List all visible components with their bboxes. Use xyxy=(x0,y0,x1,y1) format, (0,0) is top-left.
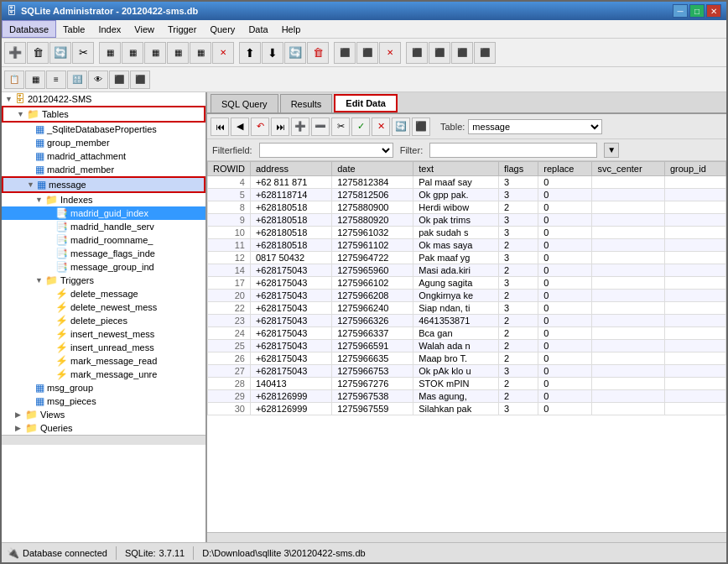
cell-row11-col2[interactable]: 1275966326 xyxy=(332,315,413,327)
cell-row0-col2[interactable]: 1275812384 xyxy=(332,176,413,189)
cell-row0-col6[interactable] xyxy=(592,176,665,189)
cell-row6-col3[interactable]: Pak maaf yg xyxy=(413,252,499,264)
cell-row14-col2[interactable]: 1275966635 xyxy=(332,352,413,365)
cell-row18-col5[interactable]: 0 xyxy=(538,403,592,415)
cell-row1-col2[interactable]: 1275812506 xyxy=(332,189,413,201)
tree-queries-folder[interactable]: ▶ 📁 Queries xyxy=(2,421,205,435)
cell-row8-col2[interactable]: 1275966102 xyxy=(332,277,413,290)
toolbar-down[interactable]: ⬇ xyxy=(262,42,283,64)
table-row[interactable]: 20+6281750431275966208Ongkirnya ke20 xyxy=(208,290,726,302)
toolbar-trash[interactable]: 🗑 xyxy=(307,42,329,64)
cell-row11-col3[interactable]: 4641353871 xyxy=(413,315,499,327)
cell-row1-col5[interactable]: 0 xyxy=(538,189,592,201)
table-row[interactable]: 24+6281750431275966337Bca gan20 xyxy=(208,327,726,340)
cell-row10-col5[interactable]: 0 xyxy=(538,302,592,315)
toolbar-table4[interactable]: ▦ xyxy=(167,42,189,64)
cell-row17-col1[interactable]: +628126999 xyxy=(250,390,331,403)
cell-row6-col1[interactable]: 0817 50432 xyxy=(250,252,331,264)
table-row[interactable]: 23+6281750431275966326464135387120 xyxy=(208,315,726,327)
cell-row0-col1[interactable]: +62 811 871 xyxy=(250,176,331,189)
cell-row1-col6[interactable] xyxy=(592,189,665,201)
cell-row6-col4[interactable]: 3 xyxy=(498,252,538,264)
cell-row13-col6[interactable] xyxy=(592,340,665,352)
cell-row0-col3[interactable]: Pal maaf say xyxy=(413,176,499,189)
toolbar-c1[interactable]: ⬛ xyxy=(406,42,428,64)
cell-row5-col2[interactable]: 1275961102 xyxy=(332,239,413,252)
cell-row7-col3[interactable]: Masi ada.kiri xyxy=(413,264,499,277)
cell-row8-col1[interactable]: +628175043 xyxy=(250,277,331,290)
cell-row6-col0[interactable]: 12 xyxy=(208,252,251,264)
cell-row17-col7[interactable] xyxy=(664,390,725,403)
cell-row3-col2[interactable]: 1275880920 xyxy=(332,214,413,227)
tree-group-member[interactable]: ▦ group_member xyxy=(2,136,205,149)
cell-row4-col3[interactable]: pak sudah s xyxy=(413,227,499,239)
cell-row15-col1[interactable]: +628175043 xyxy=(250,365,331,378)
cell-row7-col1[interactable]: +628175043 xyxy=(250,264,331,277)
cell-row11-col0[interactable]: 23 xyxy=(208,315,251,327)
tree-message-table[interactable]: ▼ ▦ message xyxy=(2,176,205,193)
toolbar-c2[interactable]: ⬛ xyxy=(429,42,450,64)
cell-row12-col5[interactable]: 0 xyxy=(538,327,592,340)
cell-row10-col3[interactable]: Siap ndan, ti xyxy=(413,302,499,315)
cell-row7-col0[interactable]: 14 xyxy=(208,264,251,277)
cancel-button[interactable]: ✕ xyxy=(372,118,390,136)
minimize-button[interactable]: ─ xyxy=(673,4,688,18)
cell-row14-col4[interactable]: 2 xyxy=(498,352,538,365)
table-row[interactable]: 4+62 811 8711275812384Pal maaf say30 xyxy=(208,176,726,189)
cell-row10-col6[interactable] xyxy=(592,302,665,315)
toolbar-c4[interactable]: ⬛ xyxy=(474,42,496,64)
cell-row12-col1[interactable]: +628175043 xyxy=(250,327,331,340)
close-button[interactable]: ✕ xyxy=(706,4,721,18)
toolbar-reload[interactable]: 🔄 xyxy=(284,42,306,64)
cut-row-button[interactable]: ✂ xyxy=(331,118,350,136)
cell-row3-col7[interactable] xyxy=(664,214,725,227)
cell-row4-col7[interactable] xyxy=(664,227,725,239)
table-row[interactable]: 26+6281750431275966635Maap bro T.20 xyxy=(208,352,726,365)
cell-row6-col7[interactable] xyxy=(664,252,725,264)
cell-row14-col5[interactable]: 0 xyxy=(538,352,592,365)
cell-row8-col6[interactable] xyxy=(592,277,665,290)
cell-row10-col2[interactable]: 1275966240 xyxy=(332,302,413,315)
tree-mark-message-read[interactable]: ⚡ mark_message_read xyxy=(2,354,205,368)
cell-row15-col0[interactable]: 27 xyxy=(208,365,251,378)
data-table-scrollbar-h[interactable] xyxy=(207,532,726,542)
menu-view[interactable]: View xyxy=(127,20,161,38)
tree-sqlitedb[interactable]: ▦ _SqliteDatabaseProperties xyxy=(2,123,205,136)
cell-row9-col1[interactable]: +628175043 xyxy=(250,290,331,302)
tree-message-group[interactable]: 📑 message_group_ind xyxy=(2,260,205,274)
cell-row11-col5[interactable]: 0 xyxy=(538,315,592,327)
menu-help[interactable]: Help xyxy=(275,20,308,38)
toolbar-c3[interactable]: ⬛ xyxy=(451,42,473,64)
toolbar-b3[interactable]: ✕ xyxy=(379,42,401,64)
cell-row17-col2[interactable]: 1275967538 xyxy=(332,390,413,403)
tab-results[interactable]: Results xyxy=(280,94,333,112)
toolbar-table5[interactable]: ▦ xyxy=(190,42,211,64)
col-header-group-id[interactable]: group_id xyxy=(664,162,725,176)
tree-message-flags[interactable]: 📑 message_flags_inde xyxy=(2,247,205,260)
toolbar2-b7[interactable]: ⬛ xyxy=(130,70,150,89)
table-row[interactable]: 281404131275967276STOK mPIN20 xyxy=(208,378,726,390)
cell-row6-col5[interactable]: 0 xyxy=(538,252,592,264)
cell-row12-col3[interactable]: Bca gan xyxy=(413,327,499,340)
table-row[interactable]: 5+6281187141275812506Ok gpp pak.30 xyxy=(208,189,726,201)
cell-row9-col7[interactable] xyxy=(664,290,725,302)
cell-row15-col7[interactable] xyxy=(664,365,725,378)
cell-row16-col7[interactable] xyxy=(664,378,725,390)
toolbar2-b6[interactable]: ⬛ xyxy=(109,70,129,89)
cell-row7-col4[interactable]: 2 xyxy=(498,264,538,277)
toolbar-b1[interactable]: ⬛ xyxy=(334,42,356,64)
tree-insert-newest-mess[interactable]: ⚡ insert_newest_mess xyxy=(2,327,205,341)
cell-row2-col0[interactable]: 8 xyxy=(208,201,251,214)
table-row[interactable]: 27+6281750431275966753Ok pAk klo u30 xyxy=(208,365,726,378)
cell-row18-col2[interactable]: 1275967559 xyxy=(332,403,413,415)
tree-database[interactable]: ▼ 🗄 20120422-SMS xyxy=(2,92,205,106)
cell-row9-col3[interactable]: Ongkirnya ke xyxy=(413,290,499,302)
cell-row13-col3[interactable]: Walah ada n xyxy=(413,340,499,352)
table-row[interactable]: 17+6281750431275966102Agung sagita30 xyxy=(208,277,726,290)
cell-row7-col2[interactable]: 1275965960 xyxy=(332,264,413,277)
cell-row2-col5[interactable]: 0 xyxy=(538,201,592,214)
tree-delete-pieces[interactable]: ⚡ delete_pieces xyxy=(2,314,205,327)
cell-row6-col2[interactable]: 1275964722 xyxy=(332,252,413,264)
tree-madrid-handle-serv[interactable]: 📑 madrid_handle_serv xyxy=(2,220,205,233)
cell-row15-col2[interactable]: 1275966753 xyxy=(332,365,413,378)
